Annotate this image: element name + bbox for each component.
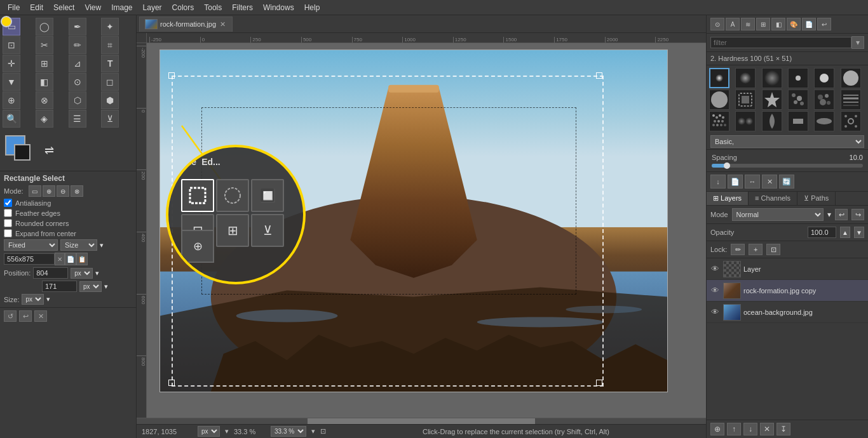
menu-layer[interactable]: Layer [138, 2, 167, 13]
brush-swatch-17[interactable] [814, 111, 834, 131]
size-dropdown[interactable]: Size Width Height [60, 239, 97, 251]
rp-icon-gradient[interactable]: ◧ [771, 18, 785, 30]
layer-row-2[interactable]: 👁 ocean-background.jpg [707, 302, 868, 323]
brush-swatch-7[interactable] [709, 90, 729, 110]
mode-replace-btn[interactable]: ▭ [29, 185, 41, 197]
brush-swatch-5[interactable] [814, 68, 834, 88]
align-tool[interactable]: ⊞ [36, 55, 53, 72]
rp-icon-palette[interactable]: 🎨 [787, 18, 801, 30]
layer-add-btn[interactable]: ⊕ [710, 423, 724, 435]
brush-swatch-16[interactable] [788, 111, 808, 131]
undo-tool-btn[interactable]: ↩ [19, 310, 32, 322]
antialiasing-checkbox[interactable] [4, 199, 12, 207]
menu-edit[interactable]: Edit [25, 2, 48, 13]
swap-colors-button[interactable]: ⇌ [44, 143, 54, 157]
mode-add-btn[interactable]: ⊕ [43, 185, 55, 197]
fixed-dropdown[interactable]: Fixed Free Aspect ratio [4, 239, 58, 251]
tab-paths[interactable]: ⊻ Paths [797, 192, 836, 205]
canvas-scroll-area[interactable]: File Ed... [147, 43, 706, 418]
menu-view[interactable]: View [79, 2, 106, 13]
menu-help[interactable]: Help [299, 2, 325, 13]
rounded-corners-checkbox[interactable] [4, 219, 12, 227]
mode-subtract-btn[interactable]: ⊖ [57, 185, 69, 197]
brush-swatch-1[interactable] [709, 68, 729, 88]
brush-swatch-10[interactable] [788, 90, 808, 110]
position-y-unit-select[interactable]: px [79, 281, 102, 292]
background-color[interactable] [14, 144, 31, 161]
opacity-step-up[interactable]: ▲ [840, 227, 850, 238]
preset-category-select[interactable]: Basic, [710, 135, 864, 148]
scissors-select-tool[interactable]: ✂ [36, 36, 53, 54]
layer-row-1[interactable]: 👁 rock-formation.jpg copy [707, 280, 868, 302]
measure-tool[interactable]: ⊿ [69, 55, 86, 72]
zoom-tool[interactable]: 🔍 [3, 110, 20, 128]
rp-icon-pattern[interactable]: ⊞ [756, 18, 770, 30]
text-tool[interactable]: T [101, 55, 119, 72]
rp-icon-font[interactable]: A [726, 18, 740, 30]
fuzzy-select-tool[interactable]: ✦ [101, 18, 119, 36]
transform-tool[interactable]: ⬢ [101, 91, 119, 109]
free-select-tool[interactable]: ⌗ [101, 36, 119, 54]
zoom-unit-select[interactable]: 33.3 % [271, 426, 306, 437]
brush-swatch-18[interactable] [841, 111, 861, 131]
feather-edges-checkbox[interactable] [4, 209, 12, 217]
pencil-tool[interactable]: ✏ [69, 36, 86, 54]
rp-icon-document[interactable]: 📄 [802, 18, 816, 30]
layer-mode-select[interactable]: Normal Multiply Screen [732, 208, 824, 221]
brush-swatch-12[interactable] [841, 90, 861, 110]
mode-intersect-btn[interactable]: ⊗ [71, 185, 83, 197]
spacing-slider-thumb[interactable] [724, 163, 730, 169]
ellipse-select-tool[interactable]: ◯ [36, 18, 53, 36]
canvas-hscrollbar[interactable] [137, 418, 706, 424]
menu-select[interactable]: Select [48, 2, 79, 13]
opacity-value-input[interactable] [808, 227, 836, 238]
size-value-input[interactable] [4, 253, 55, 265]
layer-move-down-btn[interactable]: ↓ [743, 423, 757, 435]
action-refresh-btn[interactable]: 🔄 [779, 175, 794, 189]
brush-swatch-4[interactable] [788, 68, 808, 88]
action-new-btn[interactable]: 📄 [728, 175, 743, 189]
brush-filter-input[interactable] [710, 37, 851, 48]
canvas-tab-close[interactable]: ✕ [219, 20, 227, 29]
spacing-slider[interactable] [712, 164, 863, 168]
layer-visibility-0[interactable]: 👁 [709, 263, 721, 275]
canvas-tab[interactable]: rock-formation.jpg ✕ [139, 17, 233, 32]
brush-swatch-11[interactable] [814, 90, 834, 110]
brush-swatch-15[interactable] [762, 111, 782, 131]
hscrollbar-thumb[interactable] [308, 418, 535, 424]
size-action-btn2[interactable]: 📋 [76, 253, 88, 265]
lock-paint-btn[interactable]: ✏ [731, 244, 745, 255]
brush-swatch-2[interactable] [735, 68, 756, 88]
brush-tool[interactable]: ⊙ [69, 73, 86, 91]
layer-move-up-btn[interactable]: ↑ [727, 423, 741, 435]
rect-select-tool[interactable]: ▭ [3, 18, 20, 36]
bucket-fill-tool[interactable]: ▼ [3, 73, 20, 91]
layer-mode-undo-btn[interactable]: ↩ [835, 209, 848, 220]
position-unit-select[interactable]: px [71, 268, 93, 279]
menu-windows[interactable]: Windows [258, 2, 299, 13]
rp-icon-brush[interactable]: ⊙ [710, 18, 724, 30]
layer-row-0[interactable]: 👁 Layer [707, 258, 868, 280]
tab-layers[interactable]: ⊞ Layers [707, 192, 749, 205]
action-delete-btn[interactable]: ✕ [762, 175, 777, 189]
brush-swatch-14[interactable] [735, 111, 756, 131]
brush-swatch-13[interactable] [709, 111, 729, 131]
lasso-select-tool[interactable]: ✒ [69, 18, 86, 36]
move-tool[interactable]: ✛ [3, 55, 20, 72]
brush-swatch-6[interactable] [841, 68, 861, 88]
brush-swatch-9[interactable] [762, 90, 782, 110]
canvas-unit-select[interactable]: px [198, 426, 220, 437]
eraser-tool[interactable]: ◻ [101, 73, 119, 91]
heal-tool[interactable]: ⊗ [36, 91, 53, 109]
lock-move-btn[interactable]: + [749, 244, 763, 255]
brush-swatch-3[interactable] [762, 68, 782, 88]
menu-colors[interactable]: Colors [167, 2, 200, 13]
tab-channels[interactable]: ≡ Channels [749, 192, 797, 205]
clear-size-btn[interactable]: ✕ [55, 253, 65, 265]
lock-alpha-btn[interactable]: ⊡ [766, 244, 780, 255]
color-pick-tool[interactable]: ◈ [36, 110, 53, 128]
size-action-btn1[interactable]: 📄 [65, 253, 76, 265]
menu-tools[interactable]: Tools [199, 2, 227, 13]
menu-file[interactable]: File [3, 2, 25, 13]
filter-dropdown-btn[interactable]: ▾ [851, 36, 864, 49]
